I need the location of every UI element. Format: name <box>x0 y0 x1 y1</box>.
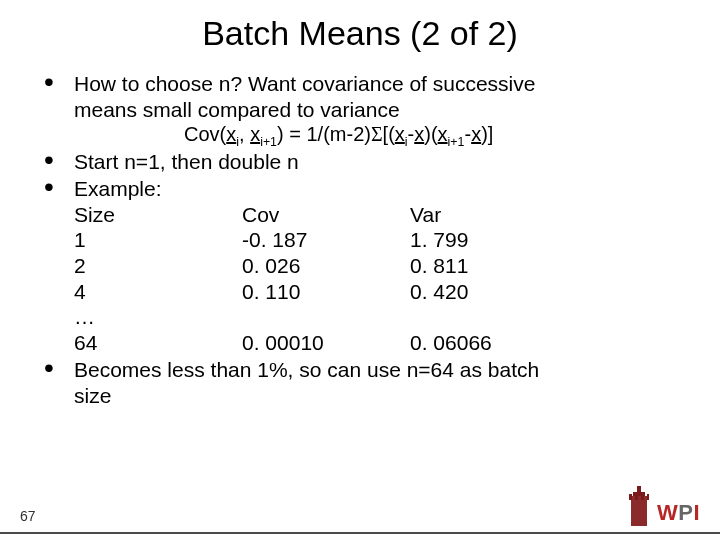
logo-p: P <box>678 500 693 525</box>
cell-var: 0. 06066 <box>410 330 578 356</box>
formula-close1: ) <box>277 123 284 145</box>
cell-size: 4 <box>74 279 242 305</box>
example-table: Size Cov Var 1 -0. 187 1. 799 2 0. 026 0… <box>74 202 578 356</box>
formula-x2: x <box>250 123 260 145</box>
formula-comma: , <box>239 123 250 145</box>
bullet-1-line-2: means small compared to variance <box>74 98 400 121</box>
bullet-list: How to choose n? Want covariance of succ… <box>30 71 690 409</box>
cell-var: 1. 799 <box>410 227 578 253</box>
slide-title: Batch Means (2 of 2) <box>30 14 690 53</box>
table-row: 4 0. 110 0. 420 <box>74 279 578 305</box>
formula-lbracket: [( <box>383 123 395 145</box>
cell-empty <box>410 304 578 330</box>
sigma-icon: Σ <box>371 123 383 145</box>
formula-cov: Cov( <box>184 123 226 145</box>
cell-var: 0. 420 <box>410 279 578 305</box>
cell-var: 0. 811 <box>410 253 578 279</box>
bullet-4-line-2: size <box>74 384 111 407</box>
cell-size: 64 <box>74 330 242 356</box>
col-var: Var <box>410 202 578 228</box>
slide-number: 67 <box>20 508 36 524</box>
cell-empty <box>242 304 410 330</box>
col-cov: Cov <box>242 202 410 228</box>
covariance-formula: Cov(xi, xi+1) = 1/(m-2)Σ[(xi-x)(xi+1-x)] <box>74 122 690 146</box>
formula-x3: x <box>395 123 405 145</box>
bullet-4: Becomes less than 1%, so can use n=64 as… <box>30 357 690 408</box>
logo-i: I <box>693 500 700 525</box>
table-header-row: Size Cov Var <box>74 202 578 228</box>
cell-size: 1 <box>74 227 242 253</box>
formula-x5: x <box>438 123 448 145</box>
formula-close2: ) <box>424 123 431 145</box>
cell-cov: 0. 110 <box>242 279 410 305</box>
formula-x4: x <box>414 123 424 145</box>
wpi-logo: WPI <box>627 486 700 526</box>
formula-x6: x <box>471 123 481 145</box>
table-row: 1 -0. 187 1. 799 <box>74 227 578 253</box>
slide: Batch Means (2 of 2) How to choose n? Wa… <box>0 0 720 540</box>
table-row: 64 0. 00010 0. 06066 <box>74 330 578 356</box>
bullet-3: Example: Size Cov Var 1 -0. 187 1. 799 2 <box>30 176 690 355</box>
table-row-ellipsis: … <box>74 304 578 330</box>
cell-ellipsis: … <box>74 304 242 330</box>
logo-w: W <box>657 500 678 525</box>
formula-sub-i1: i+1 <box>260 135 277 149</box>
bullet-2: Start n=1, then double n <box>30 149 690 175</box>
bullet-3-text: Example: <box>74 177 162 200</box>
bullet-4-line-1: Becomes less than 1%, so can use n=64 as… <box>74 358 539 381</box>
bullet-1: How to choose n? Want covariance of succ… <box>30 71 690 147</box>
cell-size: 2 <box>74 253 242 279</box>
formula-x1: x <box>226 123 236 145</box>
col-size: Size <box>74 202 242 228</box>
bullet-2-text: Start n=1, then double n <box>74 150 299 173</box>
bullet-1-line-1: How to choose n? Want covariance of succ… <box>74 72 535 95</box>
table-row: 2 0. 026 0. 811 <box>74 253 578 279</box>
cell-cov: 0. 026 <box>242 253 410 279</box>
formula-rbracket: )] <box>481 123 493 145</box>
logo-text: WPI <box>657 500 700 526</box>
formula-eq: = 1/(m-2) <box>284 123 371 145</box>
cell-cov: 0. 00010 <box>242 330 410 356</box>
tower-icon <box>627 486 651 526</box>
cell-cov: -0. 187 <box>242 227 410 253</box>
slide-content: How to choose n? Want covariance of succ… <box>30 71 690 409</box>
formula-sub-i1b: i+1 <box>448 135 465 149</box>
footer-divider <box>0 532 720 534</box>
